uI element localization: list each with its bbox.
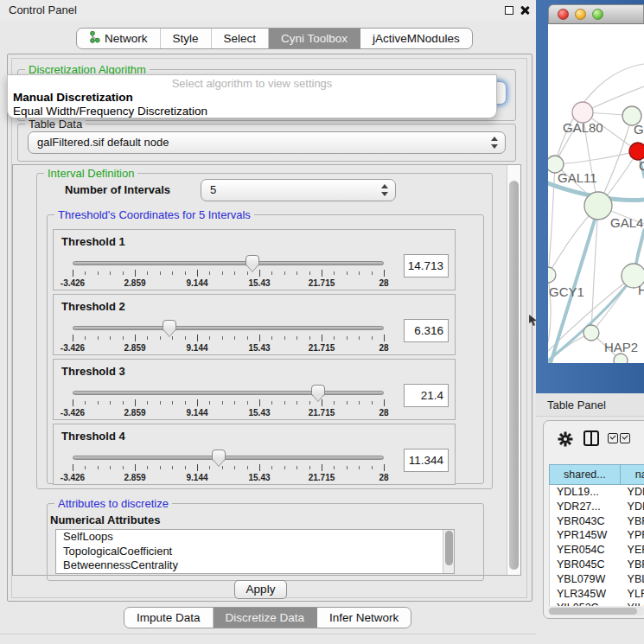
algorithm-dropdown-popup: Select algorithm to view settings Manual… [7,74,497,118]
select-all-checkbox-icon[interactable] [608,433,618,443]
threshold-panel-1: Threshold 1 -3.4262.8599.14415.4321.7152… [53,229,456,290]
table-cell[interactable]: YBR0 [622,558,644,572]
tab-cyni-toolbox[interactable]: Cyni Toolbox [269,29,360,48]
slider-thumb[interactable] [212,450,226,461]
num-intervals-label: Number of Intervals [65,183,170,196]
column-header-shared-name[interactable]: shared... [549,464,621,485]
threshold-value-box[interactable]: 14.713 [404,254,449,277]
network-canvas[interactable]: GAL80 GA C GAL11 GAL4 GCY1 H HAP2 [548,24,644,363]
tab-label: Discretize Data [226,611,305,624]
slider-track[interactable] [73,326,384,330]
table-cell[interactable]: YDR2 [622,500,644,514]
node-gcy1[interactable] [548,267,556,283]
apply-button[interactable]: Apply [234,580,287,599]
close-icon[interactable] [520,5,530,16]
algorithm-option-manual[interactable]: Manual Discretization [13,91,133,104]
tab-discretize-data[interactable]: Discretize Data [214,608,318,628]
minimize-window-button[interactable] [575,9,586,20]
table-cell[interactable]: YDR27... [550,500,622,514]
table-row[interactable]: YER054CYER0 [550,543,644,558]
table-row[interactable]: YIL052CYIL0 [550,601,644,606]
tab-impute-data[interactable]: Impute Data [124,608,214,628]
slider-track[interactable] [73,261,384,265]
attribute-item[interactable]: BetweennessCentrality [56,558,454,573]
table-row[interactable]: YLR345WYLR3 [550,587,644,602]
scrollbar-thumb[interactable] [509,181,519,570]
tab-style[interactable]: Style [161,29,212,48]
table-cell[interactable]: YPR1 [622,528,644,543]
slider-ticklabels: -3.4262.8599.14415.4321.71528 [73,343,384,354]
tab-label: Select [224,32,257,45]
table-cell[interactable]: YBL0 [622,572,644,587]
table-cell[interactable]: YBR0 [622,514,644,529]
threshold-slider[interactable]: -3.4262.8599.14415.4321.71528 [73,384,384,418]
tab-infer-network[interactable]: Infer Network [317,608,411,628]
table-cell[interactable]: YDL1 [622,485,644,500]
node-red-selected[interactable] [629,143,644,160]
select-none-checkbox-icon[interactable] [620,433,630,443]
tab-label: Network [105,32,148,45]
attributes-scrollbar[interactable] [443,530,454,573]
table-row[interactable]: YBL079WYBL0 [550,572,644,587]
threshold-slider[interactable]: -3.4262.8599.14415.4321.71528 [73,449,384,483]
table-panel-header: Table Panel [536,393,644,417]
table-cell[interactable]: YBR043C [550,514,622,529]
close-window-button[interactable] [558,9,569,20]
table-panel: shared... na YDL19...YDL1YDR27...YDR2YBR… [543,420,644,619]
slider-thumb[interactable] [245,255,259,266]
float-window-icon[interactable] [505,6,513,15]
scrollbar-thumb[interactable] [549,608,637,615]
table-cell[interactable]: YPR145W [550,528,622,543]
table-cell[interactable]: YLR345W [550,587,622,602]
slider-thumb[interactable] [163,320,176,331]
top-tab-bar: Network Style Select Cyni Toolbox jActiv… [76,28,473,49]
threshold-value-box[interactable]: 11.344 [404,449,449,472]
slider-track[interactable] [73,391,384,395]
zoom-window-button[interactable] [592,9,603,20]
threshold-value-box[interactable]: 21.4 [404,384,449,407]
table-cell[interactable]: YIL0 [622,601,644,606]
table-row[interactable]: YPR145WYPR1 [550,528,644,543]
tab-network[interactable]: Network [77,29,161,48]
threshold-value-box[interactable]: 6.316 [404,319,449,342]
column-header-name[interactable]: na [621,464,644,485]
threshold-panel-4: Threshold 4 -3.4262.8599.14415.4321.7152… [53,424,456,485]
table-cell[interactable]: YIL052C [550,601,622,606]
attribute-item[interactable]: SelfLoops [56,530,454,545]
threshold-label: Threshold 4 [61,430,125,443]
table-toolbar [544,421,644,459]
table-row[interactable]: YBR045CYBR0 [550,558,644,572]
algorithm-placeholder-option[interactable]: Select algorithm to view settings [8,77,496,90]
threshold-slider[interactable]: -3.4262.8599.14415.4321.71528 [73,254,384,289]
scrollbar-thumb[interactable] [445,531,453,565]
table-cell[interactable]: YBL079W [550,572,622,587]
table-cell[interactable]: YER0 [622,543,644,558]
tab-label: Cyni Toolbox [281,32,348,45]
numerical-attributes-list[interactable]: SelfLoopsTopologicalCoefficientBetweenne… [55,529,455,574]
node-hap2[interactable] [583,325,599,341]
tab-select[interactable]: Select [212,29,270,48]
algorithm-option-equal-width[interactable]: Equal Width/Frequency Discretization [13,105,207,118]
node-gal4[interactable] [584,192,612,220]
table-cell[interactable]: YER054C [550,543,622,558]
table-cell[interactable]: YBR045C [550,558,622,572]
table-cell[interactable]: YDL19... [550,485,622,500]
tab-jactivemnodules[interactable]: jActiveMNodules [360,29,472,48]
threshold-slider[interactable]: -3.4262.8599.14415.4321.71528 [73,319,384,354]
attribute-item[interactable]: TopologicalCoefficient [56,545,454,559]
slider-track[interactable] [73,456,384,460]
slider-thumb[interactable] [311,385,325,396]
gear-icon[interactable] [558,431,573,450]
num-intervals-combobox[interactable]: 5 [201,179,396,201]
table-row[interactable]: YDL19...YDL1 [550,485,644,500]
panel-scrollbar[interactable] [507,165,520,575]
table-cell[interactable]: YLR3 [622,587,644,602]
threshold-label: Threshold 1 [61,235,125,248]
node-partial[interactable] [614,354,628,363]
table-horizontal-scrollbar[interactable] [548,607,644,615]
table-row[interactable]: YDR27...YDR2 [550,500,644,514]
columns-icon[interactable] [583,430,599,446]
table-row[interactable]: YBR043CYBR0 [550,514,644,529]
node-label: HAP2 [604,340,638,354]
table-data-combobox[interactable]: galFiltered.sif default node [28,131,506,154]
